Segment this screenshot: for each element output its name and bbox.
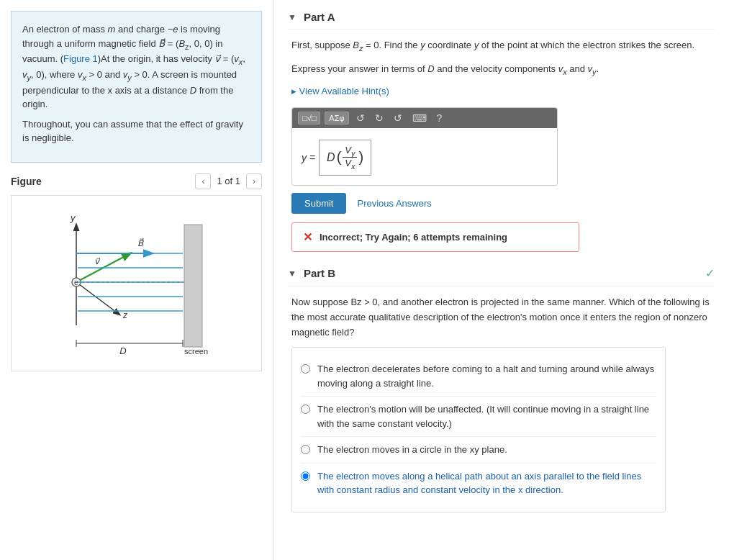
radio-input-1[interactable] bbox=[301, 364, 310, 374]
part-a-question: First, suppose Bz = 0. Find the y coordi… bbox=[291, 38, 715, 55]
view-hints-link[interactable]: ▸ View Available Hint(s) bbox=[291, 86, 715, 96]
svg-rect-0 bbox=[184, 225, 202, 347]
figure-next-btn[interactable]: › bbox=[246, 173, 262, 189]
math-paren-open: ( bbox=[337, 149, 342, 166]
figure-page-indicator: 1 of 1 bbox=[217, 176, 240, 186]
part-a-header: ▼ Part A bbox=[288, 11, 715, 30]
radio-option-4: The electron moves along a helical path … bbox=[301, 464, 656, 503]
math-y-label: y = bbox=[302, 152, 315, 163]
error-message: Incorrect; Try Again; 6 attempts remaini… bbox=[320, 232, 507, 243]
figure-header: Figure ‹ 1 of 1 › bbox=[11, 173, 262, 189]
svg-text:v⃗: v⃗ bbox=[94, 256, 101, 266]
math-toolbar: □√□ ΑΣφ ↺ ↻ ↺ ⌨ ? bbox=[292, 108, 557, 128]
right-panel: ▼ Part A First, suppose Bz = 0. Find the… bbox=[273, 0, 729, 560]
part-b-header: ▼ Part B ✓ bbox=[288, 266, 715, 286]
svg-text:z: z bbox=[122, 310, 128, 320]
radio-option-3: The electron moves in a circle in the xy… bbox=[301, 437, 656, 464]
part-b-checkmark: ✓ bbox=[705, 266, 715, 280]
svg-text:B⃗: B⃗ bbox=[137, 238, 144, 248]
part-a-title: Part A bbox=[304, 11, 335, 23]
part-b-section: ▼ Part B ✓ Now suppose Bz > 0, and anoth… bbox=[288, 266, 715, 512]
svg-text:screen: screen bbox=[184, 347, 208, 356]
part-a-express: Express your answer in terms of D and th… bbox=[291, 62, 715, 78]
part-b-title: Part B bbox=[304, 267, 335, 279]
radio-label-2: The electron's motion will be unaffected… bbox=[317, 402, 656, 430]
part-a-content: First, suppose Bz = 0. Find the y coordi… bbox=[288, 38, 715, 252]
math-display[interactable]: y = D ( Vy Vx ) bbox=[296, 134, 553, 181]
problem-gravity: Throughout, you can assume that the effe… bbox=[22, 117, 250, 145]
radio-input-4[interactable] bbox=[301, 471, 310, 481]
radio-label-3: The electron moves in a circle in the xy… bbox=[317, 443, 656, 457]
toolbar-undo-btn[interactable]: ↺ bbox=[353, 111, 368, 125]
part-b-toggle[interactable]: ▼ bbox=[288, 268, 296, 279]
radio-option-1: The electron decelerates before coming t… bbox=[301, 356, 656, 397]
figure-prev-btn[interactable]: ‹ bbox=[195, 173, 211, 189]
toolbar-refresh-btn[interactable]: ↺ bbox=[391, 111, 405, 125]
math-D: D bbox=[327, 151, 335, 164]
figure-diagram: y B⃗ v⃗ z bbox=[11, 195, 262, 371]
radio-input-2[interactable] bbox=[301, 405, 310, 414]
problem-statement: An electron of mass m and charge −e is m… bbox=[11, 11, 262, 163]
error-icon: ✕ bbox=[303, 230, 312, 244]
radio-label-4: The electron moves along a helical path … bbox=[317, 469, 656, 497]
math-formula: D ( Vy Vx ) bbox=[319, 140, 371, 176]
svg-text:D: D bbox=[119, 346, 126, 356]
toolbar-alpha-btn[interactable]: ΑΣφ bbox=[325, 112, 348, 125]
radio-input-3[interactable] bbox=[301, 445, 310, 454]
part-a-section: ▼ Part A First, suppose Bz = 0. Find the… bbox=[288, 11, 715, 252]
math-numerator: Vy bbox=[343, 145, 357, 158]
submit-button[interactable]: Submit bbox=[291, 193, 346, 214]
svg-text:y: y bbox=[70, 212, 76, 223]
toolbar-redo-btn[interactable]: ↻ bbox=[372, 111, 386, 125]
part-a-toggle[interactable]: ▼ bbox=[288, 12, 296, 22]
part-b-question: Now suppose Bz > 0, and another electron… bbox=[291, 295, 715, 340]
part-b-content: Now suppose Bz > 0, and another electron… bbox=[288, 295, 715, 512]
figure-section: Figure ‹ 1 of 1 › y bbox=[11, 173, 262, 371]
previous-answers-link[interactable]: Previous Answers bbox=[357, 198, 431, 209]
radio-label-1: The electron decelerates before coming t… bbox=[317, 362, 656, 390]
math-input-container: □√□ ΑΣφ ↺ ↻ ↺ ⌨ ? y = D ( bbox=[291, 107, 558, 186]
problem-line1: An electron of mass m and charge −e is m… bbox=[22, 22, 250, 112]
radio-option-2: The electron's motion will be unaffected… bbox=[301, 397, 656, 437]
math-fraction: Vy Vx bbox=[343, 145, 357, 171]
toolbar-keyboard-btn[interactable]: ⌨ bbox=[409, 111, 430, 125]
radio-options-container: The electron decelerates before coming t… bbox=[291, 347, 666, 512]
math-denominator: Vx bbox=[343, 158, 357, 171]
figure-title: Figure bbox=[11, 176, 42, 187]
figure-svg: y B⃗ v⃗ z bbox=[19, 203, 235, 361]
svg-line-8 bbox=[76, 282, 119, 315]
figure-nav: ‹ 1 of 1 › bbox=[195, 173, 262, 189]
error-box: ✕ Incorrect; Try Again; 6 attempts remai… bbox=[291, 222, 579, 252]
math-paren-close: ) bbox=[358, 149, 363, 166]
toolbar-sqrt-btn[interactable]: □√□ bbox=[298, 112, 320, 125]
action-row: Submit Previous Answers bbox=[291, 193, 715, 214]
toolbar-help-btn[interactable]: ? bbox=[434, 111, 445, 125]
